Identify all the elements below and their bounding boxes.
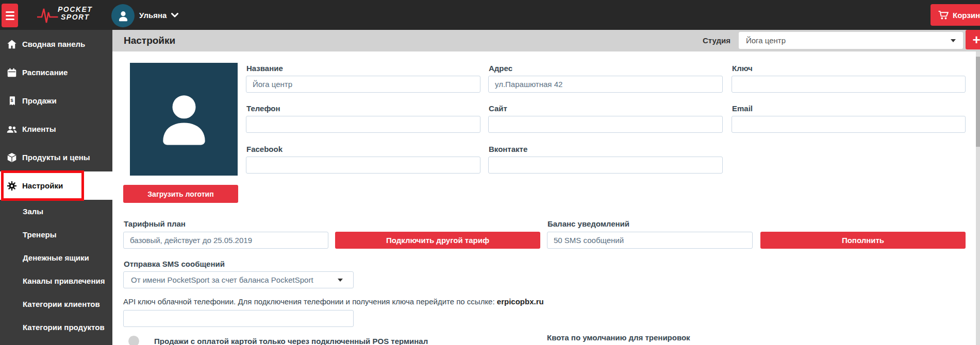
home-icon xyxy=(6,39,18,50)
api-key-text: API ключ облачной телефонии. Для подключ… xyxy=(123,297,497,306)
add-studio-button[interactable]: + xyxy=(966,30,980,49)
sidebar-item-clients[interactable]: Клиенты xyxy=(0,115,112,143)
sidebar: Сводная панель Расписание $ Продажи xyxy=(0,30,112,345)
sidebar-subitem-label: Категории клиентов xyxy=(23,300,100,308)
change-tariff-button[interactable]: Подключить другой тариф xyxy=(335,232,540,249)
api-key-link[interactable]: erpicopbx.ru xyxy=(497,297,544,306)
receipt-dollar-icon: $ xyxy=(6,95,18,107)
sms-sender-select[interactable]: От имени PocketSport за счет баланса Poc… xyxy=(123,271,354,288)
site-input[interactable] xyxy=(488,116,723,133)
quota-label: Квота по умолчанию для тренировок xyxy=(547,333,690,342)
api-key-description: API ключ облачной телефонии. Для подключ… xyxy=(123,297,544,306)
sidebar-subitem-halls[interactable]: Залы xyxy=(0,200,112,223)
email-label: Email xyxy=(732,104,753,113)
sms-label: Отправка SMS сообщений xyxy=(124,260,225,268)
studio-select[interactable]: Йога центр xyxy=(739,32,963,49)
cart-icon xyxy=(938,10,949,20)
sidebar-subitem-label: Залы xyxy=(23,207,43,216)
sms-sender-value: От имени PocketSport за счет баланса Poc… xyxy=(131,275,313,284)
sidebar-subitem-cashboxes[interactable]: Денежные ящики xyxy=(0,246,112,269)
address-label: Адрес xyxy=(489,64,512,73)
person-icon xyxy=(117,9,130,23)
user-avatar[interactable] xyxy=(111,4,135,27)
email-input[interactable] xyxy=(732,116,966,133)
sidebar-item-label: Продажи xyxy=(22,96,57,105)
cart-label: Корзина xyxy=(953,11,980,20)
chevron-down-icon xyxy=(338,279,343,282)
key-label: Ключ xyxy=(732,64,753,73)
sidebar-item-products[interactable]: Продукты и цены xyxy=(0,143,112,171)
chevron-down-icon xyxy=(951,39,956,42)
sidebar-item-label: Сводная панель xyxy=(22,40,85,48)
phone-input[interactable] xyxy=(246,116,480,133)
sidebar-item-label: Расписание xyxy=(22,68,68,77)
pocket-sport-logo: POCKET SPORT xyxy=(37,4,96,26)
sidebar-subitem-label: Каналы привлечения xyxy=(23,277,105,285)
page-title: Настройки xyxy=(124,30,175,51)
scrollbar[interactable] xyxy=(976,51,980,345)
key-input[interactable] xyxy=(732,76,966,93)
users-icon xyxy=(6,124,18,135)
content-header: Настройки Студия Йога центр xyxy=(112,30,980,51)
name-input[interactable] xyxy=(246,76,480,93)
phone-label: Телефон xyxy=(246,104,280,113)
svg-text:$: $ xyxy=(10,98,13,103)
sidebar-item-schedule[interactable]: Расписание xyxy=(0,58,112,87)
studio-label: Студия xyxy=(703,30,730,51)
pos-toggle-label: Продажи с оплатой картой только через по… xyxy=(154,337,428,345)
sidebar-subitem-product-categories[interactable]: Категории продуктов xyxy=(0,316,112,339)
sidebar-item-settings[interactable]: Настройки xyxy=(0,171,112,200)
user-name[interactable]: Ульяна xyxy=(139,11,167,20)
top-up-button[interactable]: Пополнить xyxy=(760,232,966,249)
app-window: POCKET SPORT Ульяна Корзина xyxy=(0,0,980,345)
tariff-input[interactable] xyxy=(123,232,328,249)
sidebar-subitem-channels[interactable]: Каналы привлечения xyxy=(0,269,112,292)
scrollbar-thumb[interactable] xyxy=(976,57,980,147)
vk-label: Вконтакте xyxy=(489,145,527,153)
facebook-label: Facebook xyxy=(246,145,283,153)
address-input[interactable] xyxy=(488,76,723,93)
site-label: Сайт xyxy=(489,104,507,113)
balance-label: Баланс уведомлений xyxy=(547,219,629,228)
brand-text: POCKET SPORT xyxy=(58,6,92,21)
sidebar-item-label: Клиенты xyxy=(22,125,56,133)
vk-input[interactable] xyxy=(488,157,723,174)
gear-icon xyxy=(6,180,18,192)
name-label: Название xyxy=(246,64,283,73)
studio-select-value: Йога центр xyxy=(746,36,786,45)
sidebar-subitem-label: Категории продуктов xyxy=(23,323,105,332)
cart-button[interactable]: Корзина xyxy=(931,4,980,26)
sidebar-item-label: Настройки xyxy=(22,181,63,190)
tariff-label: Тарифный план xyxy=(124,219,186,228)
chevron-down-icon[interactable] xyxy=(171,13,178,18)
sidebar-item-dashboard[interactable]: Сводная панель xyxy=(0,30,112,58)
upload-logo-button[interactable]: Загрузить логотип xyxy=(123,185,238,203)
box-icon xyxy=(6,152,18,163)
sidebar-subitem-label: Тренеры xyxy=(23,230,56,239)
pos-toggle[interactable] xyxy=(128,336,139,345)
hamburger-menu-button[interactable] xyxy=(2,4,18,27)
sidebar-subitem-label: Денежные ящики xyxy=(23,253,89,262)
balance-input[interactable] xyxy=(547,232,753,249)
sidebar-subitem-trainers[interactable]: Тренеры xyxy=(0,223,112,246)
sidebar-subitem-client-categories[interactable]: Категории клиентов xyxy=(0,292,112,316)
facebook-input[interactable] xyxy=(246,157,480,174)
sidebar-item-label: Продукты и цены xyxy=(22,153,90,162)
sidebar-item-sales[interactable]: $ Продажи xyxy=(0,87,112,115)
topbar: POCKET SPORT Ульяна Корзина xyxy=(0,0,980,30)
studio-logo-placeholder xyxy=(130,63,238,176)
person-icon xyxy=(150,84,218,155)
calendar-icon xyxy=(6,67,18,78)
api-key-input[interactable] xyxy=(123,310,354,327)
